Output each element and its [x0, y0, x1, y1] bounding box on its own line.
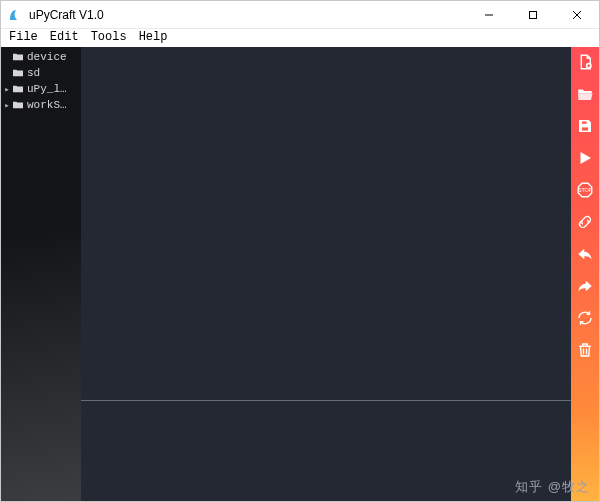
- tree-item-workspace[interactable]: ▸ workS…: [1, 97, 81, 113]
- close-button[interactable]: [555, 1, 599, 29]
- svg-rect-7: [581, 121, 587, 125]
- app-window: uPyCraft V1.0 File Edit Tools Help devic…: [0, 0, 600, 502]
- menubar: File Edit Tools Help: [1, 29, 599, 47]
- clear-button[interactable]: [574, 339, 596, 361]
- open-file-button[interactable]: [574, 83, 596, 105]
- folder-icon: [11, 100, 25, 110]
- folder-icon: [11, 68, 25, 78]
- titlebar: uPyCraft V1.0: [1, 1, 599, 29]
- svg-text:STOP: STOP: [578, 187, 593, 193]
- tree-label: workS…: [27, 99, 67, 111]
- tree-label: device: [27, 51, 67, 63]
- file-tree: device sd ▸ uPy_l… ▸ workS…: [1, 47, 81, 501]
- tree-item-sd[interactable]: sd: [1, 65, 81, 81]
- connect-button[interactable]: [574, 211, 596, 233]
- save-button[interactable]: [574, 115, 596, 137]
- menu-edit[interactable]: Edit: [46, 30, 83, 44]
- editor-stack: [81, 47, 571, 501]
- folder-icon: [11, 84, 25, 94]
- svg-rect-8: [581, 127, 589, 132]
- minimize-button[interactable]: [467, 1, 511, 29]
- menu-tools[interactable]: Tools: [87, 30, 131, 44]
- sync-button[interactable]: [574, 307, 596, 329]
- right-toolbar: STOP: [571, 47, 599, 501]
- editor-area[interactable]: [81, 47, 571, 400]
- chevron-right-icon: ▸: [3, 84, 11, 95]
- svg-rect-1: [530, 11, 537, 18]
- window-title: uPyCraft V1.0: [29, 8, 104, 22]
- tree-label: uPy_l…: [27, 83, 67, 95]
- app-icon: [7, 7, 23, 23]
- client-area: device sd ▸ uPy_l… ▸ workS…: [1, 47, 599, 501]
- tree-item-upylib[interactable]: ▸ uPy_l…: [1, 81, 81, 97]
- download-run-button[interactable]: [574, 147, 596, 169]
- menu-file[interactable]: File: [5, 30, 42, 44]
- menu-help[interactable]: Help: [135, 30, 172, 44]
- terminal-area[interactable]: [81, 401, 571, 501]
- new-file-button[interactable]: [574, 51, 596, 73]
- tree-item-device[interactable]: device: [1, 49, 81, 65]
- folder-icon: [11, 52, 25, 62]
- redo-button[interactable]: [574, 275, 596, 297]
- stop-button[interactable]: STOP: [574, 179, 596, 201]
- chevron-right-icon: ▸: [3, 100, 11, 111]
- tree-label: sd: [27, 67, 40, 79]
- maximize-button[interactable]: [511, 1, 555, 29]
- undo-button[interactable]: [574, 243, 596, 265]
